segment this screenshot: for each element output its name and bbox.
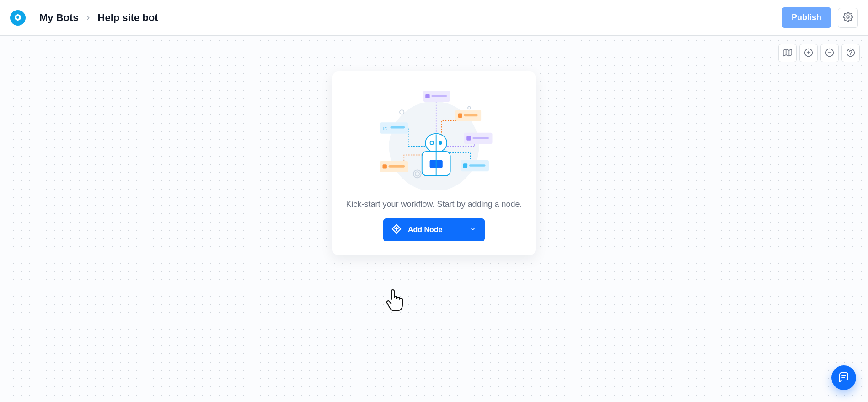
breadcrumb-current: Help site bot: [98, 12, 158, 24]
breadcrumb: My Bots Help site bot: [39, 12, 158, 24]
publish-button[interactable]: Publish: [782, 7, 831, 28]
zoom-in-button[interactable]: [799, 44, 818, 62]
chat-icon: [838, 371, 849, 384]
canvas-toolbar: [778, 44, 860, 62]
svg-rect-33: [389, 165, 405, 168]
map-icon: [783, 48, 792, 59]
workflow-canvas[interactable]: Tt Kick-start your workflow. Start by: [0, 36, 868, 402]
svg-point-2: [16, 16, 19, 19]
svg-rect-26: [466, 136, 471, 140]
app-header: My Bots Help site bot Publish: [0, 0, 868, 36]
settings-button[interactable]: [838, 8, 858, 28]
svg-point-16: [468, 107, 471, 109]
help-button[interactable]: [841, 44, 860, 62]
minus-circle-icon: [825, 48, 834, 59]
svg-point-15: [400, 110, 404, 114]
svg-marker-4: [783, 49, 792, 56]
cursor-hand-icon: [385, 288, 405, 314]
svg-rect-23: [458, 114, 462, 118]
chevron-right-icon: [85, 12, 91, 24]
chevron-down-icon: [469, 225, 477, 234]
add-node-label: Add Node: [408, 226, 463, 234]
svg-rect-36: [390, 126, 405, 129]
empty-state-illustration: Tt: [365, 85, 503, 190]
svg-rect-21: [431, 95, 447, 97]
svg-rect-24: [464, 114, 478, 116]
add-node-button[interactable]: Add Node: [383, 218, 485, 241]
svg-rect-20: [425, 94, 429, 98]
svg-rect-27: [472, 137, 489, 139]
empty-state-message: Kick-start your workflow. Start by addin…: [346, 200, 522, 209]
minimap-button[interactable]: [778, 44, 797, 62]
app-logo: [10, 10, 26, 26]
add-node-icon: [391, 224, 402, 236]
svg-rect-30: [469, 164, 486, 167]
gear-icon: [843, 12, 853, 23]
svg-text:Tt: Tt: [383, 126, 387, 130]
svg-rect-29: [463, 163, 467, 168]
zoom-out-button[interactable]: [820, 44, 839, 62]
help-circle-icon: [846, 48, 855, 59]
svg-point-38: [439, 141, 442, 145]
plus-circle-icon: [804, 48, 813, 59]
svg-rect-32: [383, 164, 387, 168]
svg-point-3: [847, 16, 849, 18]
empty-state-card: Tt Kick-start your workflow. Start by: [332, 71, 536, 255]
chat-fab[interactable]: [831, 365, 856, 390]
breadcrumb-root[interactable]: My Bots: [39, 12, 79, 24]
